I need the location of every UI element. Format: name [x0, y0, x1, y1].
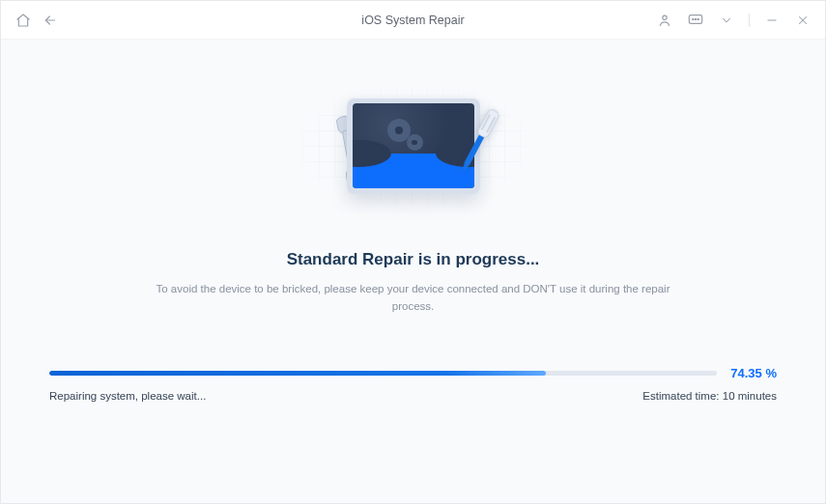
back-icon[interactable]	[42, 12, 59, 29]
main-content: Standard Repair is in progress... To avo…	[1, 40, 825, 503]
progress-heading: Standard Repair is in progress...	[287, 250, 540, 269]
svg-rect-12	[464, 135, 483, 165]
titlebar-divider	[749, 14, 750, 27]
chevron-down-icon[interactable]	[718, 12, 735, 29]
screwdriver-icon	[450, 103, 497, 190]
progress-meta: Repairing system, please wait... Estimat…	[49, 390, 777, 402]
progress-subtext: To avoid the device to be bricked, pleas…	[153, 281, 674, 316]
gear-icon	[389, 121, 409, 140]
svg-point-2	[693, 18, 694, 19]
progress-track	[49, 371, 717, 376]
svg-rect-9	[476, 108, 500, 139]
account-icon[interactable]	[656, 12, 673, 29]
progress-status-text: Repairing system, please wait...	[49, 390, 206, 402]
titlebar-left	[14, 12, 59, 29]
progress-percent: 74.35 %	[730, 366, 777, 380]
progress-estimated-time: Estimated time: 10 minutes	[642, 390, 777, 402]
titlebar: iOS System Repair	[1, 1, 825, 40]
repair-illustration	[288, 69, 539, 223]
svg-point-0	[663, 15, 667, 19]
home-icon[interactable]	[14, 12, 32, 29]
svg-point-4	[698, 18, 698, 19]
gear-icon-small	[409, 136, 421, 149]
svg-point-3	[695, 18, 696, 19]
titlebar-right	[656, 12, 812, 29]
minimize-icon[interactable]	[763, 12, 781, 29]
progress-fill	[49, 371, 546, 376]
progress-bar-row: 74.35 %	[49, 366, 777, 380]
close-icon[interactable]	[794, 12, 812, 29]
feedback-icon[interactable]	[687, 12, 704, 29]
